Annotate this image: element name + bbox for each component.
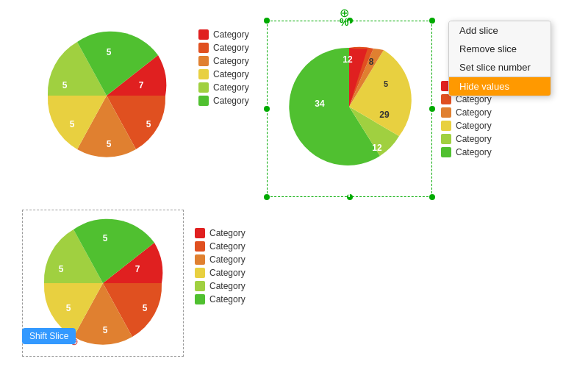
svg-text:5: 5 [107, 47, 112, 57]
svg-text:5: 5 [62, 80, 68, 90]
svg-text:5: 5 [66, 303, 71, 313]
context-menu-item-add-slice[interactable]: Add slice [449, 21, 551, 40]
legend-label: Category [213, 82, 249, 93]
svg-text:8: 8 [369, 57, 374, 67]
legend-label: Category [456, 121, 492, 131]
svg-text:12: 12 [372, 143, 382, 153]
legend-item: Category [195, 294, 245, 304]
context-menu-item-hide-values[interactable]: Hide values [449, 76, 551, 96]
chart-area: 7 5 5 5 5 5 Category Category Category C… [0, 0, 588, 392]
legend-label: Category [213, 96, 249, 106]
legend-item: Category [441, 107, 492, 118]
top-left-legend: Category Category Category Category Cate… [198, 29, 249, 106]
svg-text:34: 34 [315, 99, 325, 109]
middle-pie-chart[interactable]: 34 12 29 5 8 12 [268, 22, 430, 195]
legend-item: Category [198, 43, 249, 53]
legend-label: Category [213, 56, 249, 66]
legend-item: Category [198, 69, 249, 79]
svg-text:5: 5 [146, 119, 151, 129]
legend-label: Category [213, 69, 249, 79]
svg-text:5: 5 [59, 264, 64, 274]
shift-slice-button[interactable]: Shift Slice [22, 328, 76, 344]
legend-label: Category [209, 241, 245, 252]
legend-label: Category [213, 29, 249, 40]
legend-item: Category [195, 268, 245, 278]
legend-item: Category [198, 56, 249, 66]
legend-item: Category [198, 82, 249, 93]
legend-item: Category [195, 254, 245, 265]
bottom-left-legend: Category Category Category Category Cate… [195, 228, 245, 304]
svg-text:29: 29 [379, 110, 390, 120]
svg-text:7: 7 [135, 264, 140, 274]
legend-label: Category [456, 134, 492, 144]
legend-item: Category [198, 96, 249, 106]
svg-text:5: 5 [384, 79, 388, 88]
svg-text:5: 5 [103, 325, 108, 335]
context-menu: Add slice Remove slice Set slice number … [448, 21, 551, 96]
legend-item: Category [195, 281, 245, 291]
legend-label: Category [209, 294, 245, 304]
top-left-pie-chart[interactable]: 7 5 5 5 5 5 [22, 11, 191, 180]
context-menu-item-remove-slice[interactable]: Remove slice [449, 40, 551, 58]
legend-item: Category [441, 147, 492, 157]
svg-text:7: 7 [139, 80, 144, 90]
legend-item: Category [441, 134, 492, 144]
legend-label: Category [213, 43, 249, 53]
svg-text:5: 5 [103, 233, 108, 243]
svg-text:5: 5 [107, 139, 112, 149]
legend-item: Category [441, 121, 492, 131]
svg-text:12: 12 [343, 54, 353, 65]
svg-text:5: 5 [143, 303, 148, 313]
legend-label: Category [209, 281, 245, 291]
context-menu-item-set-slice-number[interactable]: Set slice number [449, 58, 551, 76]
legend-label: Category [209, 228, 245, 238]
legend-item: Category [195, 228, 245, 238]
legend-label: Category [456, 147, 492, 157]
legend-label: Category [209, 254, 245, 265]
legend-item: Category [195, 241, 245, 252]
legend-label: Category [209, 268, 245, 278]
legend-label: Category [456, 107, 492, 118]
svg-text:5: 5 [70, 119, 75, 129]
legend-item: Category [198, 29, 249, 40]
